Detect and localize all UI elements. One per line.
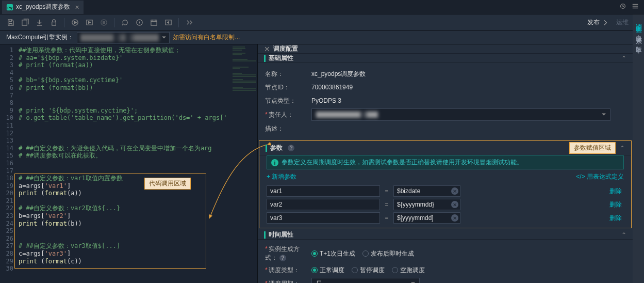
save-icon[interactable] — [6, 19, 14, 27]
section-time-body: 实例生成方式：? T+1次日生成 发布后即时生成 调度类型： 正常调度 暂停调度… — [258, 240, 633, 283]
engine-label: MaxCompute引擎实例： — [6, 33, 74, 42]
clear-icon[interactable]: ✕ — [451, 214, 458, 222]
period-label: 调度周期： — [265, 279, 311, 284]
param-row: =✕删除 — [259, 184, 631, 198]
publish-arrow-icon — [603, 20, 609, 26]
toolbar: 发布 运维 — [0, 14, 644, 31]
run-icon[interactable] — [71, 19, 79, 27]
submit-icon[interactable] — [35, 19, 43, 27]
engine-warning: 如需访问有白名单限制... — [173, 33, 240, 42]
name-value: xc_pyodps调度参数 — [311, 70, 366, 78]
nodeid-label: 节点ID： — [265, 83, 311, 92]
clear-icon[interactable]: ✕ — [451, 187, 458, 195]
help-icon[interactable]: ? — [279, 255, 286, 261]
engine-select[interactable] — [77, 32, 170, 43]
desc-label: 描述： — [265, 124, 311, 133]
param-value-input[interactable] — [393, 199, 460, 210]
sched-opt-normal[interactable]: 正常调度 — [311, 266, 344, 275]
tab-close-icon[interactable]: × — [75, 3, 79, 11]
schedtype-label: 调度类型： — [265, 266, 311, 275]
param-value-input[interactable] — [393, 185, 460, 197]
menu-icon[interactable] — [632, 3, 639, 11]
code-body[interactable]: ##使用系统参数：代码中直接使用，无需在右侧参数赋值；# aa='${bdp.s… — [16, 44, 232, 283]
publish-link[interactable]: 发布 — [587, 18, 600, 27]
chevron-up-icon: ⌃ — [621, 231, 626, 239]
equals-sign: = — [384, 201, 389, 208]
gen-label: 实例生成方式：? — [265, 245, 311, 262]
minimap[interactable] — [232, 44, 257, 283]
code-editor[interactable]: 1 2 3 4 5 6 7 8 9 10 11 12 13 14 15 16 1… — [0, 44, 258, 283]
info-icon: i — [271, 159, 278, 166]
gen-opt-immediate[interactable]: 发布后即时生成 — [362, 249, 414, 258]
section-time-title: 时间属性 — [269, 230, 293, 239]
gen-opt-t1[interactable]: T+1次日生成 — [311, 249, 355, 258]
delete-param-button[interactable]: 删除 — [609, 214, 622, 223]
params-section-wrap: 参数 ? 参数赋值区域 ⌃ i 参数定义在周期调度时生效，如需测试参数是否正确替… — [259, 140, 632, 228]
section-time-header[interactable]: 时间属性 ⌃ — [258, 230, 633, 240]
python-file-icon: Py — [6, 4, 13, 11]
equals-sign: = — [384, 214, 389, 222]
sched-opt-pause[interactable]: 暂停调度 — [352, 266, 385, 275]
smoke-test-icon[interactable] — [135, 19, 143, 27]
tab-title: xc_pyodps调度参数 — [16, 3, 70, 11]
svg-rect-3 — [22, 20, 26, 25]
rail-schedule-config[interactable]: 调度配置 — [634, 19, 643, 23]
gen-radio-group: T+1次日生成 发布后即时生成 — [311, 249, 414, 258]
code-callout-label: 代码调用区域 — [144, 178, 191, 190]
equals-sign: = — [384, 187, 389, 195]
nodeid-value: 700003861949 — [311, 84, 353, 91]
param-value-input[interactable] — [393, 212, 460, 224]
expr-define-button[interactable]: </> 用表达式定义 — [576, 172, 624, 181]
tab-file[interactable]: Py xc_pyodps调度参数 × — [2, 1, 84, 14]
nodetype-label: 节点类型： — [265, 97, 311, 105]
delete-param-button[interactable]: 删除 — [609, 200, 622, 209]
svg-text:Py: Py — [7, 5, 12, 10]
right-rail: 调度配置 血缘关系 版本 — [633, 14, 644, 283]
param-name-input[interactable] — [267, 185, 380, 197]
format-icon[interactable] — [185, 19, 193, 27]
section-basic-title: 基础属性 — [269, 54, 293, 62]
svg-rect-4 — [52, 22, 56, 26]
section-params-header[interactable]: 参数 ? 参数赋值区域 ⌃ — [259, 141, 631, 155]
refresh-icon[interactable] — [619, 3, 626, 11]
param-row: =✕删除 — [259, 211, 631, 225]
run-with-params-icon[interactable] — [85, 19, 93, 27]
panel-title: 调度配置 — [273, 44, 298, 53]
sched-opt-dryrun[interactable]: 空跑调度 — [392, 266, 425, 275]
chevron-up-icon: ⌃ — [620, 145, 625, 152]
panel-close-icon[interactable]: ✕ — [264, 45, 270, 53]
line-gutter: 1 2 3 4 5 6 7 8 9 10 11 12 13 14 15 16 1… — [0, 44, 16, 283]
rail-lineage[interactable]: 血缘关系 — [634, 30, 643, 34]
help-icon[interactable]: ? — [288, 145, 294, 151]
save-as-icon[interactable] — [21, 19, 29, 27]
add-param-button[interactable]: + 新增参数 — [267, 172, 296, 181]
rail-version[interactable]: 版本 — [634, 41, 643, 43]
editor-tabs: Py xc_pyodps调度参数 × — [0, 0, 644, 14]
stop-icon[interactable] — [100, 19, 108, 27]
section-basic-body: 名称：xc_pyodps调度参数 节点ID：700003861949 节点类型：… — [258, 63, 633, 140]
section-basic-header[interactable]: 基础属性 ⌃ — [258, 54, 633, 63]
schedule-icon[interactable] — [150, 19, 158, 27]
chevron-up-icon: ⌃ — [621, 55, 626, 62]
svg-rect-10 — [151, 20, 156, 25]
ops-link[interactable]: 运维 — [616, 18, 629, 27]
reload-icon[interactable] — [121, 19, 129, 27]
param-row: =✕删除 — [259, 198, 631, 211]
delete-param-button[interactable]: 删除 — [609, 187, 622, 196]
nodetype-value: PyODPS 3 — [311, 97, 341, 104]
engine-row: MaxCompute引擎实例： 如需访问有白名单限制... — [0, 31, 644, 44]
params-info-bar: i 参数定义在周期调度时生效，如需测试参数是否正确替换请使用开发环境冒烟测试功能… — [267, 155, 624, 169]
param-name-input[interactable] — [267, 212, 380, 224]
goto-icon[interactable] — [164, 19, 172, 27]
owner-select[interactable] — [311, 108, 610, 121]
config-panel: ✕ 调度配置 基础属性 ⌃ 名称：xc_pyodps调度参数 节点ID：7000… — [258, 44, 633, 283]
params-callout-label: 参数赋值区域 — [569, 142, 616, 154]
lock-icon[interactable] — [49, 19, 58, 27]
params-info-text: 参数定义在周期调度时生效，如需测试参数是否正确替换请使用开发环境冒烟测试功能。 — [282, 158, 523, 167]
param-name-input[interactable] — [267, 199, 380, 210]
section-params-title: 参数 — [270, 144, 283, 152]
clear-icon[interactable]: ✕ — [451, 201, 458, 208]
owner-label: 责任人： — [265, 111, 311, 119]
period-select[interactable]: 日 — [311, 278, 420, 283]
svg-rect-8 — [103, 22, 105, 24]
